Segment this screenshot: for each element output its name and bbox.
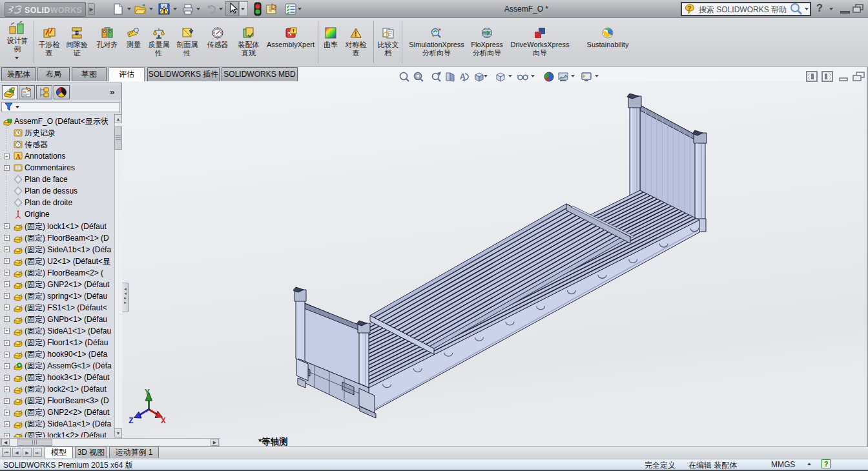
svg-text:?: ? [687, 5, 691, 12]
svg-text:Y: Y [145, 388, 150, 397]
svg-text:A: A [16, 153, 21, 160]
svg-text:X: X [161, 416, 166, 426]
svg-text:SOLIDWORKS: SOLIDWORKS [25, 6, 82, 15]
svg-text:Z: Z [129, 416, 134, 426]
svg-text:*等轴测: *等轴测 [258, 437, 288, 446]
